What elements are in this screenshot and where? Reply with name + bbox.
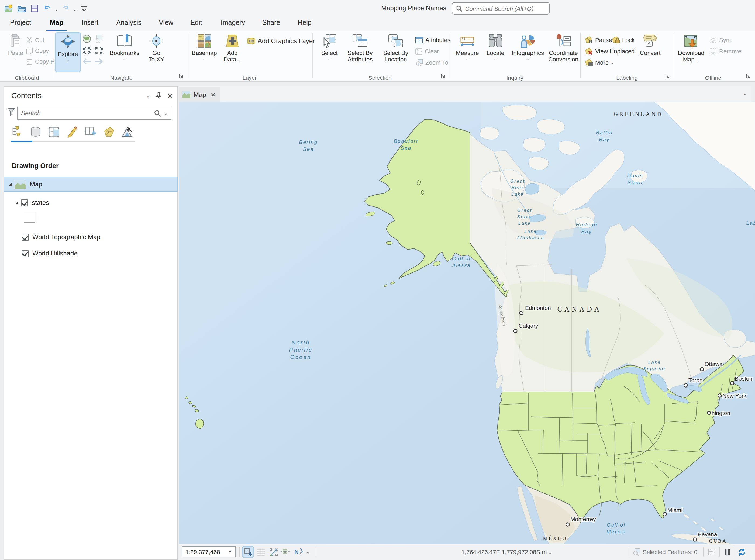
contents-search[interactable]: ⌄ — [17, 107, 172, 120]
tab-analysis[interactable]: Analysis — [113, 19, 144, 31]
pause-labeling-button[interactable]: Pause — [584, 35, 612, 45]
open-project-icon[interactable] — [16, 3, 27, 14]
undo-icon[interactable] — [42, 3, 53, 14]
attributes-icon — [415, 36, 423, 43]
convert-labels-button[interactable]: A Convert⌄ — [636, 33, 664, 72]
redo-dropdown-icon[interactable]: ⌄ — [73, 7, 77, 11]
layer-row-map[interactable]: Map — [4, 177, 177, 191]
close-view-icon[interactable]: ✕ — [211, 91, 216, 98]
download-map-button[interactable]: DownloadMap ⌄ — [677, 33, 705, 72]
measure-results-icon[interactable] — [269, 546, 279, 557]
offline-launcher-icon[interactable] — [746, 74, 752, 79]
clear-selection-button[interactable]: Clear — [415, 46, 439, 56]
add-graphics-layer-button[interactable]: Add Graphics Layer — [247, 36, 315, 46]
contents-tab-selection[interactable] — [47, 125, 60, 139]
full-extent-icon[interactable] — [82, 35, 92, 46]
undo-dropdown-icon[interactable]: ⌄ — [55, 7, 58, 11]
rotation-dropdown-icon[interactable]: ⌄ — [306, 550, 310, 555]
tab-project[interactable]: Project — [7, 19, 34, 31]
command-search-input[interactable] — [465, 5, 545, 12]
open-table-icon[interactable] — [256, 546, 266, 557]
expand-icon[interactable] — [7, 182, 13, 187]
paste-button[interactable]: Paste⌄ — [3, 33, 28, 72]
redo-icon[interactable] — [60, 3, 71, 14]
zoom-to-selected-icon[interactable] — [631, 546, 641, 557]
copy-button[interactable]: Copy — [26, 46, 49, 56]
layer-row-states[interactable]: states — [4, 196, 177, 210]
explore-button[interactable]: Explore⌄ — [56, 33, 80, 72]
labeling-launcher-icon[interactable] — [665, 74, 671, 79]
layer-row-world-hillshade[interactable]: World Hillshade — [4, 246, 177, 260]
zoom-to-selection-icon[interactable] — [94, 35, 103, 46]
pause-drawing-icon[interactable] — [722, 546, 733, 557]
contents-tab-drawing-order[interactable] — [11, 125, 24, 139]
pane-menu-icon[interactable]: ⌄ — [145, 92, 151, 100]
expand-icon[interactable] — [14, 200, 19, 205]
collapse-ribbon-icon[interactable]: ⌄ — [743, 91, 747, 96]
filter-icon[interactable] — [7, 108, 15, 116]
tab-help[interactable]: Help — [295, 19, 314, 31]
snapping-icon[interactable] — [280, 546, 291, 557]
contents-tab-labeling[interactable] — [102, 125, 115, 139]
contents-tab-edit[interactable] — [66, 125, 79, 139]
contents-tab-snapping[interactable] — [84, 125, 97, 139]
tab-view[interactable]: View — [156, 19, 176, 31]
contents-tab-data-sources[interactable] — [29, 125, 42, 139]
view-unplaced-button[interactable]: View Unplaced — [584, 46, 635, 56]
group-labeling: Labeling — [603, 74, 651, 81]
save-project-icon[interactable] — [29, 3, 40, 14]
search-options-icon[interactable]: ⌄ — [164, 111, 168, 116]
more-labeling-button[interactable]: More ⌄ — [584, 58, 614, 67]
new-layout-icon[interactable] — [243, 546, 253, 557]
tab-map[interactable]: Map — [45, 19, 68, 31]
north-arrow-icon[interactable]: N — [293, 546, 304, 557]
attributes-button[interactable]: Attributes — [415, 35, 451, 45]
tab-insert[interactable]: Insert — [79, 19, 101, 31]
select-button[interactable]: Select⌄ — [317, 33, 342, 72]
fixed-zoom-out-icon[interactable] — [94, 46, 103, 58]
previous-extent-icon[interactable] — [82, 58, 92, 67]
coordinate-conversion-icon — [556, 34, 571, 48]
close-pane-icon[interactable]: ✕ — [167, 92, 173, 100]
map-canvas[interactable]: BeringSeaBeaufortSeaGulf ofAlaskaNorthPa… — [179, 102, 755, 544]
scale-combobox[interactable]: 1:29,377,468▼ — [182, 546, 236, 557]
zoom-to-selection-button[interactable]: + Zoom To — [415, 58, 448, 67]
world-hillshade-checkbox[interactable] — [22, 250, 28, 257]
map-view-tab[interactable]: Map ✕ — [179, 87, 220, 102]
cut-button[interactable]: Cut — [26, 35, 44, 45]
bookmarks-button[interactable]: Bookmarks⌄ — [108, 33, 141, 72]
selection-launcher-icon[interactable] — [441, 74, 446, 79]
tab-imagery[interactable]: Imagery — [218, 19, 248, 31]
measure-button[interactable]: Measure⌄ — [454, 33, 481, 72]
refresh-icon[interactable] — [736, 546, 747, 557]
fixed-zoom-in-icon[interactable] — [82, 46, 92, 58]
contents-tab-imagery[interactable] — [121, 125, 134, 139]
clear-selected-icon[interactable] — [706, 546, 717, 557]
states-symbol-swatch[interactable] — [24, 213, 35, 223]
pin-icon[interactable] — [156, 92, 162, 99]
contents-search-input[interactable] — [21, 110, 155, 116]
sync-button[interactable]: Sync — [710, 35, 732, 45]
world-topographic-checkbox[interactable] — [22, 234, 28, 241]
next-extent-icon[interactable] — [94, 58, 103, 67]
layer-row-world-topographic[interactable]: World Topographic Map — [4, 230, 177, 244]
add-data-button[interactable]: AddData ⌄ — [220, 33, 245, 72]
tab-edit[interactable]: Edit — [187, 19, 205, 31]
select-by-attributes-button[interactable]: Select ByAttributes — [344, 33, 376, 72]
coordinate-readout[interactable]: 1,764,426.47E 1,779,972.08S m ⌄ — [418, 549, 596, 555]
tab-share[interactable]: Share — [260, 19, 282, 31]
customize-toolbar-icon[interactable] — [79, 3, 90, 14]
command-search[interactable] — [452, 2, 550, 15]
basemap-icon — [197, 34, 211, 48]
select-by-location-button[interactable]: Select ByLocation — [379, 33, 412, 72]
remove-map-button[interactable]: Remove — [710, 46, 741, 56]
infographics-button[interactable]: Infographics⌄ — [510, 33, 545, 72]
coordinate-conversion-button[interactable]: CoordinateConversion — [548, 33, 579, 72]
navigate-launcher-icon[interactable] — [179, 74, 184, 79]
lock-labeling-button[interactable]: Lock — [611, 35, 635, 45]
states-checkbox[interactable] — [21, 199, 28, 206]
basemap-button[interactable]: Basemap⌄ — [192, 33, 217, 72]
new-project-icon[interactable] — [3, 3, 14, 14]
go-to-xy-button[interactable]: GoTo XY — [144, 33, 168, 72]
locate-button[interactable]: Locate⌄ — [483, 33, 508, 72]
